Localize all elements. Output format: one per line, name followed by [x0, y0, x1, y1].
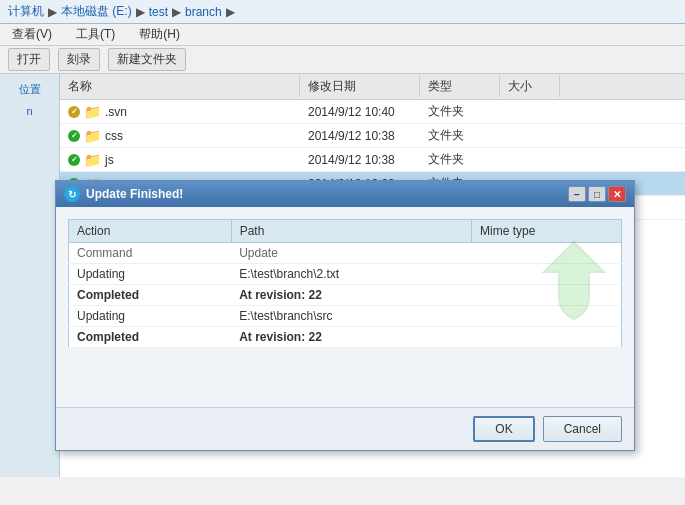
update-finished-dialog: ↻ Update Finished! − □ ✕ Action Path Mim…: [55, 180, 635, 451]
maximize-button[interactable]: □: [588, 186, 606, 202]
log-path: At revision: 22: [231, 327, 471, 348]
file-name: .svn: [105, 105, 127, 119]
log-action: Updating: [69, 264, 232, 285]
header-date[interactable]: 修改日期: [300, 76, 420, 97]
log-path: At revision: 22: [231, 285, 471, 306]
dialog-footer: OK Cancel: [56, 407, 634, 450]
open-button[interactable]: 打开: [8, 48, 50, 71]
file-name: js: [105, 153, 114, 167]
log-action: Completed: [69, 285, 232, 306]
breadcrumb-drive[interactable]: 本地磁盘 (E:): [61, 3, 132, 20]
log-action: Command: [69, 243, 232, 264]
log-action: Updating: [69, 306, 232, 327]
arrow-svg: [534, 237, 614, 327]
log-action: Completed: [69, 327, 232, 348]
file-type-cell: 文件夹: [420, 100, 500, 123]
log-path: E:\test\branch\2.txt: [231, 264, 471, 285]
file-size-cell: [500, 157, 560, 163]
file-type-cell: 文件夹: [420, 148, 500, 171]
minimize-button[interactable]: −: [568, 186, 586, 202]
table-row[interactable]: ✓ 📁 css 2014/9/12 10:38 文件夹: [60, 124, 685, 148]
log-path: E:\test\branch\src: [231, 306, 471, 327]
file-name-cell: ✓ 📁 css: [60, 125, 300, 147]
file-size-cell: [500, 133, 560, 139]
header-name[interactable]: 名称: [60, 76, 300, 97]
sidebar: 位置 n: [0, 74, 60, 477]
file-name: css: [105, 129, 123, 143]
dialog-title: Update Finished!: [86, 187, 562, 201]
breadcrumb-branch[interactable]: branch: [185, 5, 222, 19]
dialog-controls: − □ ✕: [568, 186, 626, 202]
col-path: Path: [231, 220, 471, 243]
breadcrumb: 计算机 ▶ 本地磁盘 (E:) ▶ test ▶ branch ▶: [0, 0, 685, 24]
new-folder-button[interactable]: 新建文件夹: [108, 48, 186, 71]
menu-view[interactable]: 查看(V): [8, 24, 56, 45]
ok-button[interactable]: OK: [473, 416, 534, 442]
cancel-button[interactable]: Cancel: [543, 416, 622, 442]
svn-badge-icon: ✓: [68, 154, 80, 166]
burn-button[interactable]: 刻录: [58, 48, 100, 71]
file-date-cell: 2014/9/12 10:38: [300, 150, 420, 170]
dialog-body: Action Path Mime type Command Update Upd…: [56, 207, 634, 407]
file-name-cell: ✓ 📁 js: [60, 149, 300, 171]
file-name-cell: ✓ 📁 .svn: [60, 101, 300, 123]
menu-tools[interactable]: 工具(T): [72, 24, 119, 45]
svn-badge-icon: ✓: [68, 106, 80, 118]
close-button[interactable]: ✕: [608, 186, 626, 202]
col-action: Action: [69, 220, 232, 243]
dialog-icon: ↻: [64, 186, 80, 202]
folder-icon: 📁: [84, 128, 101, 144]
update-arrow-icon: [534, 237, 614, 330]
table-row[interactable]: ✓ 📁 js 2014/9/12 10:38 文件夹: [60, 148, 685, 172]
dialog-title-bar: ↻ Update Finished! − □ ✕: [56, 181, 634, 207]
breadcrumb-test[interactable]: test: [149, 5, 168, 19]
sidebar-nav[interactable]: n: [4, 105, 55, 117]
table-row[interactable]: ✓ 📁 .svn 2014/9/12 10:40 文件夹: [60, 100, 685, 124]
breadcrumb-computer[interactable]: 计算机: [8, 3, 44, 20]
explorer-window: 计算机 ▶ 本地磁盘 (E:) ▶ test ▶ branch ▶ 查看(V) …: [0, 0, 685, 505]
folder-icon: 📁: [84, 152, 101, 168]
log-path: Update: [231, 243, 471, 264]
file-list-header: 名称 修改日期 类型 大小: [60, 74, 685, 100]
file-date-cell: 2014/9/12 10:38: [300, 126, 420, 146]
file-date-cell: 2014/9/12 10:40: [300, 102, 420, 122]
toolbar: 打开 刻录 新建文件夹: [0, 46, 685, 74]
file-type-cell: 文件夹: [420, 124, 500, 147]
folder-icon: 📁: [84, 104, 101, 120]
menu-help[interactable]: 帮助(H): [135, 24, 184, 45]
sidebar-location[interactable]: 位置: [4, 82, 55, 97]
svn-badge-icon: ✓: [68, 130, 80, 142]
menu-bar: 查看(V) 工具(T) 帮助(H): [0, 24, 685, 46]
header-type[interactable]: 类型: [420, 76, 500, 97]
file-size-cell: [500, 109, 560, 115]
header-size[interactable]: 大小: [500, 76, 560, 97]
